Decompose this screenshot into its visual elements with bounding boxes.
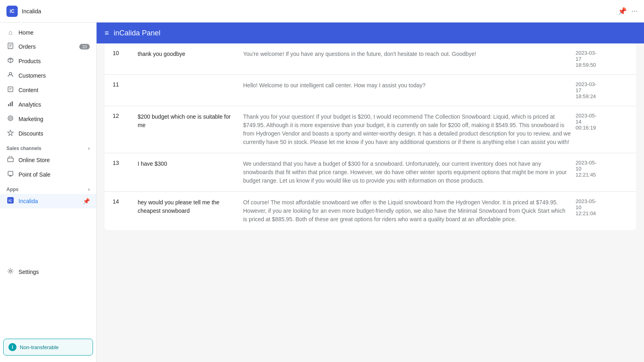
sidebar-item-marketing[interactable]: Marketing bbox=[0, 112, 96, 126]
sidebar-item-customers-label: Customers bbox=[19, 72, 46, 79]
chat-answer: Of course! The most affordable snowboard… bbox=[243, 198, 571, 224]
chat-question: thank you goodbye bbox=[138, 50, 238, 58]
sidebar-item-incalida-label: Incalida bbox=[19, 198, 38, 204]
chat-answer: Thank you for your question! If your bud… bbox=[243, 113, 571, 146]
orders-icon bbox=[6, 43, 14, 51]
chat-num: 13 bbox=[113, 160, 133, 166]
chat-row-10: 10 thank you goodbye You're welcome! If … bbox=[105, 43, 636, 75]
sidebar-item-incalida[interactable]: iC Incalida 📌 bbox=[0, 194, 96, 208]
info-icon: i bbox=[8, 343, 17, 351]
chat-num: 12 bbox=[113, 113, 133, 119]
svg-rect-11 bbox=[10, 103, 11, 106]
top-bar-right: 📌 ··· bbox=[618, 7, 638, 16]
chat-date: 2023-05- 10 12:21:04 bbox=[576, 198, 628, 216]
pin-icon[interactable]: 📌 bbox=[618, 7, 627, 16]
incalida-icon: iC bbox=[6, 197, 14, 205]
incalida-pin[interactable]: 📌 bbox=[83, 198, 90, 204]
sidebar-item-settings[interactable]: Settings bbox=[0, 265, 96, 279]
marketing-icon bbox=[6, 115, 14, 123]
discounts-icon bbox=[6, 130, 14, 138]
chat-row-12: 12 $200 budget which one is suitable for… bbox=[105, 106, 636, 153]
orders-badge: 10 bbox=[79, 44, 90, 49]
svg-point-15 bbox=[10, 118, 11, 119]
sidebar-item-online-store[interactable]: Online Store bbox=[0, 153, 96, 167]
chat-row-11: 11 Hello! Welcome to our intelligent cal… bbox=[105, 75, 636, 106]
sidebar-item-home[interactable]: ⌂ Home bbox=[0, 26, 96, 39]
svg-point-22 bbox=[10, 270, 12, 272]
chat-question: I have $300 bbox=[138, 160, 238, 168]
sidebar: ⌂ Home Orders 10 Products Customers bbox=[0, 23, 97, 362]
customers-icon bbox=[6, 72, 14, 80]
sidebar-item-content-label: Content bbox=[19, 87, 38, 93]
sidebar-item-analytics-label: Analytics bbox=[19, 101, 41, 108]
chat-answer: Hello! Welcome to our intelligent call c… bbox=[243, 81, 571, 90]
sidebar-item-pos[interactable]: Point of Sale bbox=[0, 167, 96, 182]
layout: ⌂ Home Orders 10 Products Customers bbox=[0, 23, 644, 362]
top-bar-left: iC Incalida bbox=[6, 6, 41, 17]
sidebar-item-online-store-label: Online Store bbox=[19, 157, 50, 163]
sidebar-item-discounts-label: Discounts bbox=[19, 130, 43, 137]
non-transferable-text: Non-transferable bbox=[20, 344, 59, 350]
chat-answer: You're welcome! If you have any question… bbox=[243, 50, 571, 58]
sidebar-item-content[interactable]: Content bbox=[0, 83, 96, 97]
sales-channels-label: Sales channels bbox=[6, 146, 41, 151]
svg-rect-10 bbox=[8, 104, 9, 106]
chat-date: 2023-05- 14 00:16:19 bbox=[576, 113, 628, 131]
sidebar-item-home-label: Home bbox=[19, 29, 33, 36]
chat-row-14: 14 hey would you please tell me the chea… bbox=[105, 192, 636, 230]
chat-row-13: 13 I have $300 We understand that you ha… bbox=[105, 153, 636, 192]
svg-rect-7 bbox=[8, 87, 13, 92]
sidebar-item-orders-label: Orders bbox=[19, 43, 36, 50]
apps-chevron: › bbox=[88, 187, 90, 192]
top-bar-title: Incalida bbox=[22, 8, 41, 14]
chat-num: 11 bbox=[113, 81, 133, 88]
apps-section[interactable]: Apps › bbox=[0, 182, 96, 194]
chat-date: 2023-05- 10 12:21:45 bbox=[576, 160, 628, 178]
sidebar-item-analytics[interactable]: Analytics bbox=[0, 97, 96, 112]
svg-rect-12 bbox=[12, 101, 13, 106]
sales-channels-chevron: › bbox=[88, 146, 90, 151]
apps-label: Apps bbox=[6, 187, 19, 192]
pos-icon bbox=[6, 171, 14, 179]
sidebar-item-products[interactable]: Products bbox=[0, 54, 96, 68]
chat-question: hey would you please tell me the cheapes… bbox=[138, 198, 238, 215]
sidebar-bottom: i Non-transferable bbox=[0, 335, 96, 359]
svg-rect-17 bbox=[8, 171, 13, 175]
sidebar-item-pos-label: Point of Sale bbox=[19, 171, 50, 178]
non-transferable-box: i Non-transferable bbox=[3, 339, 93, 356]
top-bar: iC Incalida 📌 ··· bbox=[0, 0, 644, 23]
sidebar-item-orders[interactable]: Orders 10 bbox=[0, 39, 96, 54]
sidebar-item-settings-label: Settings bbox=[19, 269, 39, 275]
analytics-icon bbox=[6, 101, 14, 109]
app-icon: iC bbox=[6, 6, 18, 17]
sidebar-item-customers[interactable]: Customers bbox=[0, 68, 96, 83]
more-icon[interactable]: ··· bbox=[632, 7, 638, 15]
svg-text:iC: iC bbox=[8, 199, 12, 203]
chat-date: 2023-03- 17 18:59:50 bbox=[576, 50, 628, 68]
main-content: ≡ inCalida Panel 10 thank you goodbye Yo… bbox=[97, 23, 644, 362]
chat-date: 2023-03- 17 18:59:24 bbox=[576, 81, 628, 99]
menu-icon[interactable]: ≡ bbox=[105, 29, 109, 37]
panel-header: ≡ inCalida Panel bbox=[97, 23, 644, 43]
content-icon bbox=[6, 86, 14, 94]
sidebar-item-marketing-label: Marketing bbox=[19, 116, 43, 122]
sales-channels-section[interactable]: Sales channels › bbox=[0, 141, 96, 153]
products-icon bbox=[6, 57, 14, 65]
chat-num: 14 bbox=[113, 198, 133, 205]
chat-num: 10 bbox=[113, 50, 133, 56]
chat-question: $200 budget which one is suitable for me bbox=[138, 113, 238, 130]
sidebar-item-products-label: Products bbox=[19, 58, 41, 64]
sidebar-item-discounts[interactable]: Discounts bbox=[0, 126, 96, 141]
chat-answer: We understand that you have a budget of … bbox=[243, 160, 571, 185]
svg-rect-16 bbox=[8, 158, 13, 162]
chat-table: 10 thank you goodbye You're welcome! If … bbox=[105, 43, 636, 230]
home-icon: ⌂ bbox=[6, 29, 14, 36]
online-store-icon bbox=[6, 156, 14, 164]
panel-header-title: inCalida Panel bbox=[114, 29, 161, 37]
svg-point-6 bbox=[9, 72, 12, 75]
content-area: 10 thank you goodbye You're welcome! If … bbox=[97, 43, 644, 362]
settings-icon bbox=[6, 268, 14, 276]
